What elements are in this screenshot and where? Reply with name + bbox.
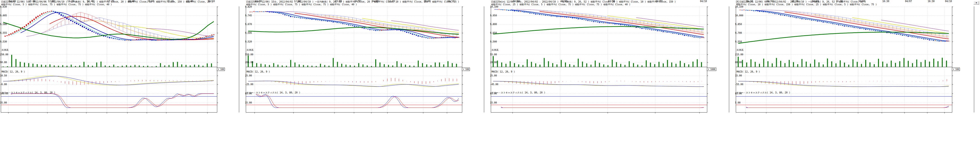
chart-window-4: ▼日経225mini 12/06( 60分, 2012/04/02 - 2012… <box>735 0 980 145</box>
scale-label: 215.00 <box>735 53 743 56</box>
scale-label: 9,800 <box>490 23 497 26</box>
chart-window-1: 日経225mini 12/06( 5分, 2012/04/06 - 2012/0… <box>0 0 245 145</box>
scale-label: 9,745 <box>245 14 252 17</box>
scale-label: 9,550 <box>735 40 742 43</box>
scale-label: 5.00 <box>735 102 740 104</box>
scale-label: 9,555 <box>0 32 7 34</box>
chart-canvas[interactable] <box>0 0 245 145</box>
x-axis-label: 04/10 <box>945 0 952 3</box>
scale-label: 100.00 <box>0 92 8 95</box>
volume-scale-multiplier: × 100 <box>217 68 225 71</box>
scale-label: 15.00 <box>490 102 497 104</box>
chart-canvas[interactable] <box>245 0 490 145</box>
volume-scale-multiplier: × 100 <box>952 68 960 71</box>
scale-label: -45.00 <box>490 83 498 85</box>
chart-canvas[interactable] <box>735 0 980 145</box>
window-menu-icon[interactable]: ▼ <box>736 1 739 3</box>
scale-label: -25.00 <box>245 83 253 85</box>
chart-title-line2: 移動平均( Close, 5 ) 移動平均( Close, 75 ) 移動平均(… <box>246 3 357 6</box>
scale-label: 9,650 <box>490 32 497 34</box>
chart-canvas[interactable] <box>490 0 735 145</box>
volume-scale-multiplier: × 1000 <box>707 68 716 71</box>
scale-label: 9,700 <box>735 32 742 34</box>
scale-label: 35.00 <box>0 102 7 104</box>
scale-label: 9,595 <box>245 32 252 34</box>
chart-scroll-dropdown-button[interactable]: ▼ <box>974 1 979 5</box>
x-axis-label: 04/10 <box>700 0 707 3</box>
chart-window-3: 日経225mini 12/06( 30分, 2012/04/02 - 2012/… <box>490 0 735 145</box>
scale-label: 80.00 <box>735 61 742 64</box>
chart-title-line2: 移動平均( Close, 5 ) 移動平均( Close, 75 ) 移動平均(… <box>1 3 112 6</box>
scale-label: 10.50 <box>0 74 7 77</box>
scale-label: 85.00 <box>735 92 742 95</box>
scale-label: 250.00 <box>0 53 8 56</box>
scale-label: 550.00 <box>245 53 253 56</box>
scale-label: 25.00 <box>490 74 497 77</box>
chart-title-text: 日経225mini 12/06( 60分, 2012/04/02 - 2012/… <box>739 0 866 3</box>
x-axis-label: 16:30 <box>882 0 889 3</box>
scale-label: -6.00 <box>0 83 7 85</box>
chart-title-line2: 移動平均( Close, 10 ) 移動平均( Close, 150 ) 移動平… <box>736 3 877 6</box>
scale-label: 15.00 <box>245 102 252 104</box>
scale-label: -55.00 <box>735 83 743 85</box>
scale-label: 9,580 <box>0 23 7 26</box>
chart-workspace: 日経225mini 12/06( 5分, 2012/04/06 - 2012/0… <box>0 0 980 145</box>
scale-label: 10,000 <box>735 14 743 17</box>
scale-label: 85.00 <box>245 92 252 95</box>
x-axis-label: 04/07 <box>905 0 912 3</box>
scale-label: 9,670 <box>245 23 252 26</box>
chart-title-line2: 移動平均( Close, 25 ) 移動平均( Close, 5 ) 移動平均(… <box>491 3 630 6</box>
scale-label: 9,500 <box>490 40 497 43</box>
scale-label: 55.00 <box>490 53 497 56</box>
scale-label: 20.00 <box>490 61 497 64</box>
scale-label: 25.00 <box>245 74 252 77</box>
scale-label: 15.00 <box>735 74 742 77</box>
volume-scale-multiplier: × 100 <box>462 68 470 71</box>
scale-label: 85.00 <box>490 92 497 95</box>
x-axis-label: 16:30 <box>928 0 934 3</box>
scale-label: 9,530 <box>0 40 7 43</box>
scale-label: 200.00 <box>245 61 253 64</box>
scale-label: 90.00 <box>0 61 7 64</box>
scale-label: 9,605 <box>0 14 7 17</box>
chart-window-2: 日経225mini 12/06( 15分, 2012/04/02 - 2012/… <box>245 0 490 145</box>
scale-label: 9,850 <box>735 23 742 26</box>
scale-label: 9,520 <box>245 40 252 43</box>
scale-label: 9,950 <box>490 14 497 17</box>
